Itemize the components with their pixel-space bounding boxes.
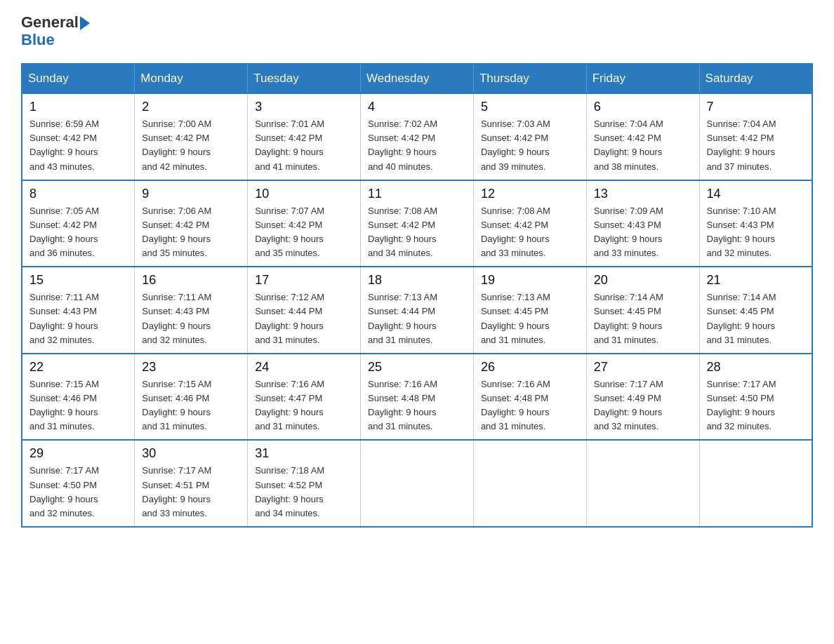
calendar-header-thursday: Thursday (473, 64, 586, 93)
calendar-cell: 12 Sunrise: 7:08 AM Sunset: 4:42 PM Dayl… (473, 180, 586, 267)
day-number: 17 (255, 273, 353, 288)
calendar-cell: 22 Sunrise: 7:15 AM Sunset: 4:46 PM Dayl… (22, 354, 135, 441)
day-number: 6 (594, 100, 692, 114)
day-number: 8 (29, 187, 127, 201)
day-number: 13 (594, 187, 692, 201)
day-number: 28 (707, 360, 805, 375)
day-info: Sunrise: 7:17 AM Sunset: 4:50 PM Dayligh… (707, 377, 805, 434)
day-info: Sunrise: 7:11 AM Sunset: 4:43 PM Dayligh… (29, 290, 127, 347)
calendar-header-monday: Monday (135, 64, 248, 93)
day-number: 14 (707, 187, 805, 201)
calendar-cell: 24 Sunrise: 7:16 AM Sunset: 4:47 PM Dayl… (248, 354, 361, 441)
day-info: Sunrise: 7:12 AM Sunset: 4:44 PM Dayligh… (255, 290, 353, 347)
calendar-cell: 19 Sunrise: 7:13 AM Sunset: 4:45 PM Dayl… (473, 267, 586, 354)
day-info: Sunrise: 7:16 AM Sunset: 4:48 PM Dayligh… (481, 377, 579, 434)
calendar-header-saturday: Saturday (699, 64, 812, 93)
calendar-cell: 4 Sunrise: 7:02 AM Sunset: 4:42 PM Dayli… (361, 93, 474, 180)
day-info: Sunrise: 7:13 AM Sunset: 4:45 PM Dayligh… (481, 290, 579, 347)
day-info: Sunrise: 7:14 AM Sunset: 4:45 PM Dayligh… (594, 290, 692, 347)
day-number: 5 (481, 100, 579, 114)
calendar-cell (361, 440, 474, 527)
calendar-cell (699, 440, 812, 527)
day-info: Sunrise: 7:00 AM Sunset: 4:42 PM Dayligh… (142, 117, 240, 174)
calendar-week-row: 15 Sunrise: 7:11 AM Sunset: 4:43 PM Dayl… (22, 267, 812, 354)
calendar-header-sunday: Sunday (22, 64, 135, 93)
calendar-cell: 20 Sunrise: 7:14 AM Sunset: 4:45 PM Dayl… (586, 267, 699, 354)
calendar-week-row: 22 Sunrise: 7:15 AM Sunset: 4:46 PM Dayl… (22, 354, 812, 441)
calendar-cell: 28 Sunrise: 7:17 AM Sunset: 4:50 PM Dayl… (699, 354, 812, 441)
calendar-header-tuesday: Tuesday (248, 64, 361, 93)
day-number: 18 (368, 273, 466, 288)
day-info: Sunrise: 7:06 AM Sunset: 4:42 PM Dayligh… (142, 204, 240, 261)
calendar-cell: 6 Sunrise: 7:04 AM Sunset: 4:42 PM Dayli… (586, 93, 699, 180)
day-number: 4 (368, 100, 466, 114)
calendar-cell: 3 Sunrise: 7:01 AM Sunset: 4:42 PM Dayli… (248, 93, 361, 180)
day-number: 25 (368, 360, 466, 375)
calendar-cell: 18 Sunrise: 7:13 AM Sunset: 4:44 PM Dayl… (361, 267, 474, 354)
calendar-cell: 16 Sunrise: 7:11 AM Sunset: 4:43 PM Dayl… (135, 267, 248, 354)
day-number: 1 (29, 100, 127, 114)
logo-blue: Blue (21, 31, 90, 49)
day-number: 10 (255, 187, 353, 201)
day-info: Sunrise: 7:18 AM Sunset: 4:52 PM Dayligh… (255, 464, 353, 521)
calendar-cell: 26 Sunrise: 7:16 AM Sunset: 4:48 PM Dayl… (473, 354, 586, 441)
day-number: 19 (481, 273, 579, 288)
calendar-cell: 15 Sunrise: 7:11 AM Sunset: 4:43 PM Dayl… (22, 267, 135, 354)
calendar-cell: 17 Sunrise: 7:12 AM Sunset: 4:44 PM Dayl… (248, 267, 361, 354)
day-number: 11 (368, 187, 466, 201)
day-info: Sunrise: 7:04 AM Sunset: 4:42 PM Dayligh… (594, 117, 692, 174)
logo-general: General (21, 14, 79, 31)
day-info: Sunrise: 7:09 AM Sunset: 4:43 PM Dayligh… (594, 204, 692, 261)
day-info: Sunrise: 7:17 AM Sunset: 4:50 PM Dayligh… (29, 464, 127, 521)
day-info: Sunrise: 6:59 AM Sunset: 4:42 PM Dayligh… (29, 117, 127, 174)
calendar-cell: 9 Sunrise: 7:06 AM Sunset: 4:42 PM Dayli… (135, 180, 248, 267)
calendar-header-row: SundayMondayTuesdayWednesdayThursdayFrid… (22, 64, 812, 93)
day-number: 30 (142, 446, 240, 461)
calendar-cell: 25 Sunrise: 7:16 AM Sunset: 4:48 PM Dayl… (361, 354, 474, 441)
calendar-cell: 14 Sunrise: 7:10 AM Sunset: 4:43 PM Dayl… (699, 180, 812, 267)
day-number: 29 (29, 446, 127, 461)
day-info: Sunrise: 7:05 AM Sunset: 4:42 PM Dayligh… (29, 204, 127, 261)
calendar-week-row: 8 Sunrise: 7:05 AM Sunset: 4:42 PM Dayli… (22, 180, 812, 267)
calendar-cell: 27 Sunrise: 7:17 AM Sunset: 4:49 PM Dayl… (586, 354, 699, 441)
day-info: Sunrise: 7:07 AM Sunset: 4:42 PM Dayligh… (255, 204, 353, 261)
day-number: 27 (594, 360, 692, 375)
calendar-header-friday: Friday (586, 64, 699, 93)
logo: General Blue (21, 14, 90, 49)
day-info: Sunrise: 7:08 AM Sunset: 4:42 PM Dayligh… (481, 204, 579, 261)
day-number: 15 (29, 273, 127, 288)
calendar-cell: 29 Sunrise: 7:17 AM Sunset: 4:50 PM Dayl… (22, 440, 135, 527)
calendar-cell: 2 Sunrise: 7:00 AM Sunset: 4:42 PM Dayli… (135, 93, 248, 180)
calendar-cell: 11 Sunrise: 7:08 AM Sunset: 4:42 PM Dayl… (361, 180, 474, 267)
day-info: Sunrise: 7:15 AM Sunset: 4:46 PM Dayligh… (142, 377, 240, 434)
day-number: 26 (481, 360, 579, 375)
day-info: Sunrise: 7:08 AM Sunset: 4:42 PM Dayligh… (368, 204, 466, 261)
day-info: Sunrise: 7:16 AM Sunset: 4:47 PM Dayligh… (255, 377, 353, 434)
day-info: Sunrise: 7:01 AM Sunset: 4:42 PM Dayligh… (255, 117, 353, 174)
calendar-table: SundayMondayTuesdayWednesdayThursdayFrid… (21, 63, 813, 528)
day-info: Sunrise: 7:17 AM Sunset: 4:49 PM Dayligh… (594, 377, 692, 434)
calendar-cell: 31 Sunrise: 7:18 AM Sunset: 4:52 PM Dayl… (248, 440, 361, 527)
day-number: 7 (707, 100, 805, 114)
calendar-week-row: 29 Sunrise: 7:17 AM Sunset: 4:50 PM Dayl… (22, 440, 812, 527)
calendar-week-row: 1 Sunrise: 6:59 AM Sunset: 4:42 PM Dayli… (22, 93, 812, 180)
day-info: Sunrise: 7:16 AM Sunset: 4:48 PM Dayligh… (368, 377, 466, 434)
day-number: 24 (255, 360, 353, 375)
day-info: Sunrise: 7:03 AM Sunset: 4:42 PM Dayligh… (481, 117, 579, 174)
calendar-cell: 10 Sunrise: 7:07 AM Sunset: 4:42 PM Dayl… (248, 180, 361, 267)
day-number: 23 (142, 360, 240, 375)
day-number: 9 (142, 187, 240, 201)
day-number: 12 (481, 187, 579, 201)
day-info: Sunrise: 7:11 AM Sunset: 4:43 PM Dayligh… (142, 290, 240, 347)
calendar-cell: 21 Sunrise: 7:14 AM Sunset: 4:45 PM Dayl… (699, 267, 812, 354)
day-info: Sunrise: 7:14 AM Sunset: 4:45 PM Dayligh… (707, 290, 805, 347)
day-number: 2 (142, 100, 240, 114)
day-number: 3 (255, 100, 353, 114)
day-number: 22 (29, 360, 127, 375)
calendar-cell: 7 Sunrise: 7:04 AM Sunset: 4:42 PM Dayli… (699, 93, 812, 180)
calendar-cell (473, 440, 586, 527)
calendar-cell: 23 Sunrise: 7:15 AM Sunset: 4:46 PM Dayl… (135, 354, 248, 441)
day-info: Sunrise: 7:10 AM Sunset: 4:43 PM Dayligh… (707, 204, 805, 261)
calendar-cell: 1 Sunrise: 6:59 AM Sunset: 4:42 PM Dayli… (22, 93, 135, 180)
calendar-cell: 5 Sunrise: 7:03 AM Sunset: 4:42 PM Dayli… (473, 93, 586, 180)
